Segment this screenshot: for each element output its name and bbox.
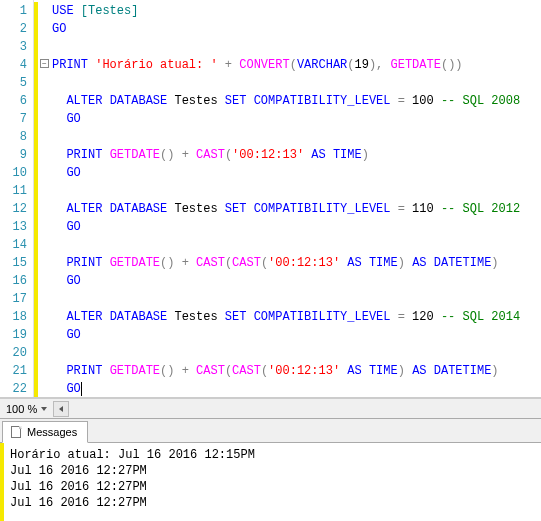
code-token: [Testes] — [81, 4, 139, 18]
code-token — [383, 58, 390, 72]
code-line[interactable] — [34, 128, 541, 146]
code-token: USE — [52, 4, 74, 18]
code-token — [362, 364, 369, 378]
code-line[interactable]: ALTER DATABASE Testes SET COMPATIBILITY_… — [34, 200, 541, 218]
code-token: = — [398, 202, 405, 216]
line-number: 22 — [2, 380, 27, 398]
code-token — [52, 256, 66, 270]
code-token: ( — [347, 58, 354, 72]
code-token: ) — [398, 364, 405, 378]
code-line[interactable] — [34, 74, 541, 92]
code-token: GO — [66, 220, 80, 234]
code-token: CONVERT — [239, 58, 289, 72]
code-token: GO — [66, 382, 80, 396]
code-token: 110 — [412, 202, 434, 216]
code-line[interactable] — [34, 38, 541, 56]
zoom-dropdown-icon[interactable] — [41, 407, 47, 411]
line-number: 4 — [2, 56, 27, 74]
code-line[interactable] — [34, 182, 541, 200]
code-token: Testes — [167, 94, 225, 108]
code-token: AS — [311, 148, 325, 162]
code-token: '00:12:13' — [268, 256, 340, 270]
messages-tab[interactable]: Messages — [2, 421, 88, 443]
code-token: = — [398, 94, 405, 108]
code-token: GETDATE — [110, 148, 160, 162]
code-token — [246, 94, 253, 108]
line-number: 7 — [2, 110, 27, 128]
code-token: '00:12:13' — [268, 364, 340, 378]
code-token: '00:12:13' — [232, 148, 304, 162]
code-line[interactable]: ALTER DATABASE Testes SET COMPATIBILITY_… — [34, 308, 541, 326]
code-token: DATABASE — [110, 94, 168, 108]
code-token — [52, 220, 66, 234]
message-line: Jul 16 2016 12:27PM — [10, 463, 537, 479]
code-token: CAST — [196, 256, 225, 270]
code-token: AS — [347, 364, 361, 378]
code-token: ) — [455, 58, 462, 72]
code-token — [390, 94, 397, 108]
code-token: ALTER — [66, 94, 102, 108]
code-token: ALTER — [66, 310, 102, 324]
code-token: PRINT — [66, 364, 102, 378]
code-line[interactable]: PRINT GETDATE() + CAST(CAST('00:12:13' A… — [34, 254, 541, 272]
code-line[interactable]: ALTER DATABASE Testes SET COMPATIBILITY_… — [34, 92, 541, 110]
code-token — [246, 310, 253, 324]
code-token: ( — [261, 256, 268, 270]
code-line[interactable]: USE [Testes] — [34, 2, 541, 20]
code-token — [390, 310, 397, 324]
code-token — [427, 256, 434, 270]
code-line[interactable]: GO — [34, 20, 541, 38]
horizontal-scroll-left[interactable] — [53, 401, 69, 417]
code-line[interactable] — [34, 236, 541, 254]
code-token: + — [182, 256, 189, 270]
code-token: Testes — [167, 310, 225, 324]
code-token: () — [160, 364, 174, 378]
code-token — [427, 364, 434, 378]
message-line: Horário atual: Jul 16 2016 12:15PM — [10, 447, 537, 463]
code-token — [102, 94, 109, 108]
line-number: 9 — [2, 146, 27, 164]
code-line[interactable]: GO — [34, 164, 541, 182]
code-token: GO — [66, 274, 80, 288]
code-token: + — [225, 58, 232, 72]
code-token: PRINT — [66, 148, 102, 162]
line-number: 17 — [2, 290, 27, 308]
line-number: 16 — [2, 272, 27, 290]
code-token: 100 — [412, 94, 434, 108]
message-line: Jul 16 2016 12:27PM — [10, 495, 537, 511]
line-number: 2 — [2, 20, 27, 38]
code-line[interactable]: −PRINT 'Horário atual: ' + CONVERT(VARCH… — [34, 56, 541, 74]
code-line[interactable]: GO — [34, 110, 541, 128]
code-line[interactable]: GO — [34, 380, 541, 397]
code-token — [74, 4, 81, 18]
code-token: GETDATE — [110, 256, 160, 270]
code-token — [405, 310, 412, 324]
code-line[interactable]: GO — [34, 326, 541, 344]
line-number: 21 — [2, 362, 27, 380]
code-token: COMPATIBILITY_LEVEL — [254, 310, 391, 324]
code-line[interactable] — [34, 290, 541, 308]
code-line[interactable]: PRINT GETDATE() + CAST('00:12:13' AS TIM… — [34, 146, 541, 164]
code-token: + — [182, 364, 189, 378]
line-number: 12 — [2, 200, 27, 218]
code-token: GO — [66, 328, 80, 342]
code-token — [189, 256, 196, 270]
code-token: GO — [66, 166, 80, 180]
code-token — [246, 202, 253, 216]
code-token — [52, 166, 66, 180]
code-token: = — [398, 310, 405, 324]
code-token: SET — [225, 94, 247, 108]
code-line[interactable] — [34, 344, 541, 362]
code-token: SET — [225, 202, 247, 216]
code-line[interactable]: GO — [34, 272, 541, 290]
code-line[interactable]: GO — [34, 218, 541, 236]
code-token — [102, 148, 109, 162]
messages-output[interactable]: Horário atual: Jul 16 2016 12:15PMJul 16… — [0, 443, 541, 521]
code-line[interactable]: PRINT GETDATE() + CAST(CAST('00:12:13' A… — [34, 362, 541, 380]
fold-icon[interactable]: − — [40, 59, 49, 68]
code-token — [102, 364, 109, 378]
code-token: -- SQL 2012 — [441, 202, 520, 216]
code-editor[interactable]: USE [Testes]GO−PRINT 'Horário atual: ' +… — [34, 0, 541, 397]
zoom-level[interactable]: 100 % — [0, 403, 41, 415]
code-token — [52, 94, 66, 108]
